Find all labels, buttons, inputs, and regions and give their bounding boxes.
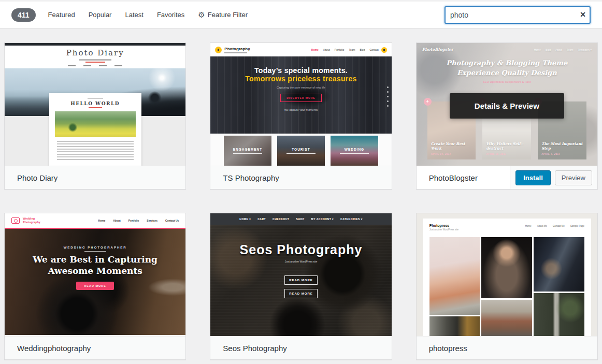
preview-site-title: Photo Diary xyxy=(5,48,185,57)
preview-readmore-button: READ MORE xyxy=(284,275,318,285)
theme-card-weddingphotography[interactable]: Wedding Photography Home About Portfolio… xyxy=(4,213,186,360)
preview-subtext: Just another WordPress site xyxy=(210,260,391,263)
ornament-divider xyxy=(84,251,106,252)
preview-thumb-engagement: ENGAGEMENT xyxy=(224,136,271,166)
theme-card-photo-diary[interactable]: Photo Diary HELLO WORLD Photo Diary xyxy=(4,42,186,190)
search-icon xyxy=(381,47,387,53)
theme-screenshot-photopress: Photopress Just another WordPress site H… xyxy=(417,213,597,336)
theme-name: Photo Diary xyxy=(17,173,58,182)
preview-readmore-button: READ MORE xyxy=(76,282,114,290)
theme-card-seos-photography[interactable]: HOME ▾ CART CHECKOUT SHOP MY ACCOUNT ▾ C… xyxy=(210,213,392,360)
theme-name-bar: Photo Diary xyxy=(5,166,185,189)
preview-brand-name: Photography xyxy=(224,47,250,51)
theme-name-bar: Weddingphotography xyxy=(5,336,185,359)
photo-bottles xyxy=(429,316,480,336)
theme-screenshot-photoblogster: PhotoBlogster Home Blog About Team Templ… xyxy=(417,43,597,166)
photo-portrait xyxy=(481,237,532,298)
theme-name-bar: Seos Photography xyxy=(210,336,391,359)
preview-post-title: HELLO WORLD xyxy=(55,101,136,106)
preview-site-header: Photography Home About Portfolio Team Bl… xyxy=(210,43,391,56)
preview-hero: Seos Photography Just another WordPress … xyxy=(210,225,391,336)
theme-name: Weddingphotography xyxy=(17,344,91,353)
theme-screenshot-photo-diary: Photo Diary HELLO WORLD xyxy=(5,43,185,166)
theme-name-bar: PhotoBlogster Install Preview xyxy=(417,166,597,189)
preview-thumb-wedding: WEDDING xyxy=(331,136,378,166)
preview-caption: We capture your moments xyxy=(210,108,391,111)
gear-icon: ⚙ xyxy=(198,11,205,19)
theme-screenshot-seos-photography: HOME ▾ CART CHECKOUT SHOP MY ACCOUNT ▾ C… xyxy=(210,213,391,336)
preview-brand-tagline-placeholder xyxy=(224,52,247,53)
camera-logo-icon xyxy=(11,217,20,224)
preview-site-header: Photopress Just another WordPress site H… xyxy=(429,224,584,231)
preview-brand: Photography xyxy=(224,47,250,53)
theme-name-bar: photopress xyxy=(417,336,597,359)
feature-filter-label: Feature Filter xyxy=(208,11,248,19)
filter-link-latest[interactable]: Latest xyxy=(125,11,143,19)
aperture-logo-icon xyxy=(215,47,222,53)
filter-link-favorites[interactable]: Favorites xyxy=(157,11,184,19)
photo-aerial-road xyxy=(534,293,584,336)
preview-thumb-row: ENGAGEMENT TOURIST WEDDING xyxy=(210,134,391,166)
slider-dots xyxy=(387,86,389,107)
theme-screenshot-ts-photography: Photography Home About Portfolio Team Bl… xyxy=(210,43,391,166)
preview-brand-tagline: Just another WordPress site xyxy=(429,228,458,231)
theme-filter-bar: 411 Featured Popular Latest Favorites ⚙ … xyxy=(0,2,602,28)
preview-discover-button: DISCOVER MORE xyxy=(280,94,322,102)
theme-name: PhotoBlogster xyxy=(429,173,478,182)
preview-text-placeholder xyxy=(57,141,134,162)
preview-readmore-button: READ MORE xyxy=(284,289,318,298)
preview-nav-placeholder xyxy=(5,65,185,66)
preview-site-header: Photo Diary xyxy=(5,46,185,68)
preview-hero: Today’s special moments. Tomorrows price… xyxy=(210,56,391,134)
photo-night-scene xyxy=(534,237,584,292)
preview-nav: Home About Portfolio Team Blog Contact xyxy=(311,48,379,51)
preview-accent-line xyxy=(85,62,105,63)
theme-count-badge: 411 xyxy=(11,8,36,22)
install-button[interactable]: Install xyxy=(515,170,551,185)
preview-headline-1: Today’s special moments. xyxy=(210,56,391,75)
filter-link-featured[interactable]: Featured xyxy=(48,11,75,19)
preview-kicker: WEDDING PHOTOGRAPHER xyxy=(5,229,185,249)
theme-name: photopress xyxy=(429,344,467,353)
preview-page: Photopress Just another WordPress site H… xyxy=(423,219,591,336)
theme-actions: Install Preview xyxy=(510,170,597,185)
preview-brand-name: Photopress xyxy=(429,224,458,227)
preview-content-area: HELLO WORLD xyxy=(5,116,185,166)
theme-card-photoblogster[interactable]: PhotoBlogster Home Blog About Team Templ… xyxy=(416,42,598,190)
preview-post-image xyxy=(55,111,136,137)
preview-tagline-placeholder xyxy=(79,59,111,61)
feature-filter-button[interactable]: ⚙ Feature Filter xyxy=(198,11,248,19)
clear-search-icon[interactable]: ✕ xyxy=(580,10,586,19)
theme-card-photopress[interactable]: Photopress Just another WordPress site H… xyxy=(416,213,598,360)
preview-headline: Seos Photography xyxy=(210,225,391,257)
preview-headline-2: Tomorrows priceless treasures xyxy=(210,75,391,83)
preview-button[interactable]: Preview xyxy=(555,170,592,185)
preview-post-meta-placeholder xyxy=(88,98,103,99)
photo-city-street xyxy=(481,300,532,336)
preview-photo-grid xyxy=(429,237,584,336)
theme-card-ts-photography[interactable]: Photography Home About Portfolio Team Bl… xyxy=(210,42,392,190)
preview-site-header: Wedding Photography Home About Portfolio… xyxy=(5,213,185,229)
theme-name: Seos Photography xyxy=(223,344,286,353)
preview-nav: Home About Portfolio Services Contact Us xyxy=(98,219,179,222)
photo-still-life xyxy=(429,237,480,315)
theme-name: TS Photography xyxy=(223,173,279,182)
preview-post-card: HELLO WORLD xyxy=(49,93,141,166)
preview-nav: HOME ▾ CART CHECKOUT SHOP MY ACCOUNT ▾ C… xyxy=(210,213,391,225)
details-preview-overlay[interactable]: Details & Preview xyxy=(450,93,564,119)
preview-accent-line xyxy=(89,107,102,108)
preview-brand: Photopress Just another WordPress site xyxy=(429,224,458,231)
theme-name-cell: PhotoBlogster xyxy=(417,166,511,189)
preview-hero: WEDDING PHOTOGRAPHER We are Best in Capt… xyxy=(5,229,185,335)
preview-brand: Wedding Photography xyxy=(23,217,40,224)
theme-name-bar: TS Photography xyxy=(210,166,391,189)
preview-buttons: READ MORE READ MORE xyxy=(210,275,391,298)
preview-headline-1: We are Best in Capturing xyxy=(5,254,185,265)
theme-search: ✕ xyxy=(445,6,591,24)
preview-headline-2: Awesome Moments xyxy=(5,265,185,276)
theme-screenshot-weddingphotography: Wedding Photography Home About Portfolio… xyxy=(5,213,185,336)
filter-link-popular[interactable]: Popular xyxy=(89,11,112,19)
preview-nav: Home About Me Contact Me Sample Page xyxy=(525,224,584,231)
preview-thumb-tourist: TOURIST xyxy=(277,136,325,166)
search-input[interactable] xyxy=(445,6,591,24)
